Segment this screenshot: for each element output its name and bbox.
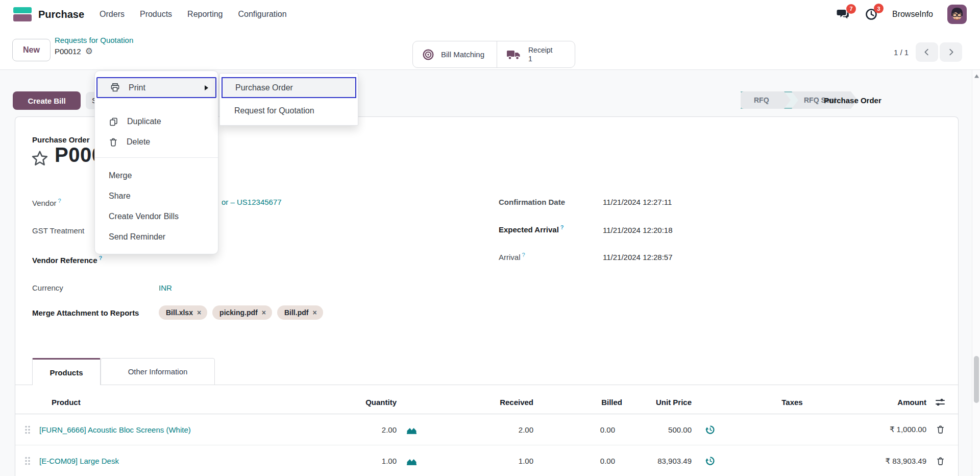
- breadcrumb-parent-link[interactable]: Requests for Quotation: [55, 35, 133, 46]
- activities-button[interactable]: 3: [865, 8, 878, 21]
- menu-item-delete[interactable]: Delete: [95, 132, 218, 152]
- printer-icon: [110, 83, 120, 92]
- nav-menu-orders[interactable]: Orders: [100, 10, 125, 19]
- tab-products[interactable]: Products: [32, 358, 101, 385]
- actions-gear-icon[interactable]: ⚙: [85, 47, 93, 56]
- scrollbar-thumb[interactable]: [974, 356, 979, 403]
- column-header-received[interactable]: Received: [426, 398, 537, 407]
- user-avatar[interactable]: [947, 5, 967, 24]
- attachment-tag[interactable]: Bill.xlsx×: [159, 305, 207, 320]
- delete-row-icon[interactable]: [926, 425, 954, 434]
- vendor-label: Vendor?: [32, 198, 61, 207]
- table-row: [FURN_6666] Acoustic Bloc Screens (White…: [15, 414, 958, 445]
- remove-tag-icon[interactable]: ×: [262, 308, 266, 317]
- billed-cell[interactable]: 0.00: [537, 457, 622, 465]
- statusbar-active-label: Purchase Order: [741, 91, 959, 109]
- amount-cell: ₹ 1,000.00: [856, 425, 926, 434]
- received-cell[interactable]: 1.00: [426, 457, 537, 465]
- vertical-scrollbar[interactable]: [972, 70, 980, 476]
- forecast-chart-icon[interactable]: [397, 425, 426, 434]
- billed-cell[interactable]: 0.00: [537, 425, 622, 434]
- product-link[interactable]: [FURN_6666] Acoustic Bloc Screens (White…: [34, 425, 295, 434]
- table-row: [E-COM09] Large Desk 1.00 1.00 0.00 83,9…: [15, 445, 958, 476]
- copy-icon: [109, 117, 118, 127]
- product-link[interactable]: [E-COM09] Large Desk: [34, 457, 295, 465]
- scroll-up-icon[interactable]: [974, 74, 979, 78]
- attachment-tag[interactable]: picking.pdf×: [212, 305, 272, 320]
- column-header-product[interactable]: Product: [34, 398, 295, 407]
- menu-item-print[interactable]: Print: [96, 77, 216, 98]
- column-header-quantity[interactable]: Quantity: [295, 398, 397, 407]
- remove-tag-icon[interactable]: ×: [197, 308, 201, 317]
- currency-value-link[interactable]: INR: [159, 283, 172, 292]
- nav-menu-configuration[interactable]: Configuration: [238, 10, 286, 19]
- statusbar: RFQ RFQ Sent Purchase Order: [741, 91, 959, 109]
- nav-menu-reporting[interactable]: Reporting: [187, 10, 223, 19]
- menu-item-print-label: Print: [129, 83, 145, 92]
- menu-item-merge-label: Merge: [109, 171, 132, 180]
- quantity-cell[interactable]: 1.00: [295, 457, 397, 465]
- menu-item-share[interactable]: Share: [95, 186, 218, 206]
- statusbar-step-purchase-order[interactable]: Purchase Order: [741, 91, 843, 109]
- pager-next-button[interactable]: [940, 42, 962, 62]
- menu-item-send-reminder[interactable]: Send Reminder: [95, 227, 218, 247]
- app-name: Purchase: [38, 9, 84, 20]
- purchase-app-logo-icon: [13, 7, 32, 21]
- received-cell[interactable]: 2.00: [426, 425, 537, 434]
- forecast-chart-icon[interactable]: [397, 457, 426, 465]
- favorite-star-icon[interactable]: [31, 150, 49, 167]
- drag-handle-icon[interactable]: [21, 425, 34, 435]
- remove-tag-icon[interactable]: ×: [312, 308, 316, 317]
- price-history-icon[interactable]: [692, 456, 728, 466]
- menu-divider: [95, 157, 218, 158]
- receipt-label: Receipt: [528, 46, 552, 54]
- receipt-button[interactable]: Receipt 1: [497, 41, 575, 67]
- menu-item-duplicate[interactable]: Duplicate: [95, 111, 218, 132]
- arrival-label: Arrival?: [499, 252, 525, 261]
- expected-arrival-help-marker: ?: [560, 224, 564, 230]
- print-submenu: Purchase Order Request for Quotation: [219, 73, 358, 126]
- menu-item-share-label: Share: [109, 192, 131, 201]
- column-header-unit-price[interactable]: Unit Price: [622, 398, 692, 407]
- drag-handle-icon[interactable]: [21, 456, 34, 466]
- arrival-value[interactable]: 11/21/2024 12:28:57: [603, 253, 673, 261]
- confirmation-date-label: Confirmation Date: [499, 198, 565, 206]
- vendor-help-marker: ?: [58, 198, 61, 204]
- messages-button[interactable]: 7: [837, 8, 850, 21]
- pager-previous-button[interactable]: [916, 42, 938, 62]
- expected-arrival-value[interactable]: 11/21/2024 12:20:18: [603, 226, 673, 234]
- amount-cell: ₹ 83,903.49: [856, 457, 926, 466]
- nav-menu-products[interactable]: Products: [140, 10, 172, 19]
- expected-arrival-label: Expected Arrival?: [499, 224, 564, 234]
- quantity-cell[interactable]: 2.00: [295, 425, 397, 434]
- create-bill-button[interactable]: Create Bill: [13, 91, 81, 110]
- menu-item-merge[interactable]: Merge: [95, 165, 218, 186]
- delete-row-icon[interactable]: [926, 457, 954, 466]
- gst-treatment-label: GST Treatment: [32, 226, 84, 235]
- bill-matching-button[interactable]: Bill Matching: [413, 41, 497, 67]
- column-header-amount[interactable]: Amount: [856, 398, 926, 407]
- submenu-item-request-for-quotation[interactable]: Request for Quotation: [220, 101, 358, 121]
- vendor-value-link[interactable]: or – US12345677: [222, 198, 282, 206]
- table-header-row: Product Quantity Received Billed Unit Pr…: [15, 391, 958, 414]
- attachment-tag[interactable]: Bill.pdf×: [277, 305, 323, 320]
- confirmation-date-value[interactable]: 11/21/2024 12:27:11: [603, 198, 672, 206]
- menu-item-create-vendor-bills[interactable]: Create Vendor Bills: [95, 206, 218, 227]
- merge-attachment-label: Merge Attachment to Reports: [32, 306, 143, 320]
- receipt-count: 1: [528, 55, 532, 63]
- column-header-taxes[interactable]: Taxes: [728, 398, 856, 407]
- new-button[interactable]: New: [12, 39, 51, 61]
- column-header-billed[interactable]: Billed: [537, 398, 622, 407]
- submenu-item-purchase-order[interactable]: Purchase Order: [222, 77, 356, 98]
- actions-dropdown-menu: Print Duplicate Delete Merge Share Creat…: [94, 70, 218, 254]
- menu-item-send-reminder-label: Send Reminder: [109, 232, 165, 242]
- optional-columns-icon[interactable]: [926, 398, 954, 407]
- price-history-icon[interactable]: [692, 425, 728, 435]
- menu-item-delete-label: Delete: [127, 137, 150, 147]
- unit-price-cell[interactable]: 500.00: [622, 425, 692, 434]
- app-brand[interactable]: Purchase: [13, 7, 84, 21]
- tab-other-information[interactable]: Other Information: [101, 358, 215, 385]
- control-panel: New Requests for Quotation P00012 ⚙ Bill…: [0, 29, 980, 70]
- unit-price-cell[interactable]: 83,903.49: [622, 457, 692, 465]
- currency-label: Currency: [32, 283, 63, 292]
